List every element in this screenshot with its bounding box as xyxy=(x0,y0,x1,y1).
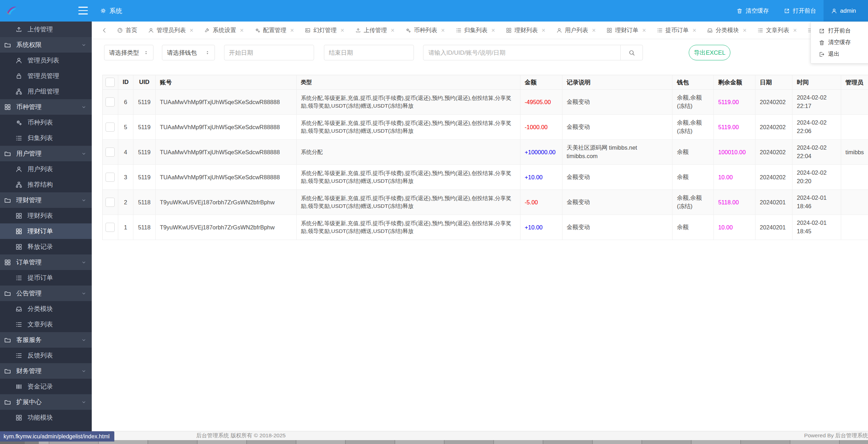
select-all-checkbox[interactable] xyxy=(106,78,115,87)
sidebar-item-12[interactable]: 理财列表 xyxy=(0,208,92,223)
tab-close-icon[interactable]: × xyxy=(441,27,445,34)
cell-date: 20240201 xyxy=(755,190,792,215)
cell-date: 20240201 xyxy=(755,215,792,240)
sidebar-item-3[interactable]: 管理员管理 xyxy=(0,68,92,84)
cell-id: 1 xyxy=(118,215,133,240)
wallet-select[interactable]: 请选择钱包 xyxy=(162,45,215,60)
sidebar-item-8[interactable]: 用户管理 xyxy=(0,146,92,161)
sidebar-item-10[interactable]: 推荐结构 xyxy=(0,177,92,192)
row-checkbox[interactable] xyxy=(106,198,115,207)
tab-scroll-left-icon[interactable] xyxy=(101,27,108,34)
sidebar-item-17[interactable]: 公告管理 xyxy=(0,286,92,301)
tab-close-icon[interactable]: × xyxy=(693,27,697,34)
row-checkbox[interactable] xyxy=(106,148,115,157)
sidebar-item-9[interactable]: 用户列表 xyxy=(0,161,92,177)
tab-close-icon[interactable]: × xyxy=(793,27,797,34)
tab-8[interactable]: 理财列表× xyxy=(500,22,551,39)
horizontal-scrollbar[interactable] xyxy=(0,440,868,444)
topbar-action-2[interactable]: admin xyxy=(824,0,868,22)
search-input[interactable]: 请输入ID/UID/账号/说明/日期 xyxy=(423,45,620,60)
tab-close-icon[interactable]: × xyxy=(391,27,395,34)
list-icon xyxy=(15,274,23,282)
sidebar-item-4[interactable]: 用户组管理 xyxy=(0,84,92,99)
tab-13[interactable]: 文章列表× xyxy=(752,22,802,39)
tab-close-icon[interactable]: × xyxy=(542,27,545,34)
sidebar-item-6[interactable]: 币种列表 xyxy=(0,115,92,130)
topbar-action-0[interactable]: 清空缓存 xyxy=(729,0,776,22)
export-excel-button[interactable]: 导出EXCEL xyxy=(689,45,730,60)
cell-description: 金额变动 xyxy=(562,190,673,215)
folder-icon xyxy=(4,290,11,297)
user-menu-item-0[interactable]: 打开前台 xyxy=(811,25,868,37)
tab-close-icon[interactable]: × xyxy=(592,27,596,34)
sidebar-item-23[interactable]: 资金记录 xyxy=(0,379,92,394)
cell-amount: +100000.00 xyxy=(520,140,562,164)
tab-close-icon[interactable]: × xyxy=(492,27,495,34)
end-date-input[interactable]: 结束日期 xyxy=(324,45,414,60)
sidebar-item-13[interactable]: 理财订单 xyxy=(0,223,92,239)
tab-5[interactable]: 上传管理× xyxy=(350,22,400,39)
cell-uid: 5118 xyxy=(133,190,156,215)
sidebar-item-22[interactable]: 财务管理 xyxy=(0,363,92,379)
search-box: 请输入ID/UID/账号/说明/日期 xyxy=(423,45,643,60)
tab-0[interactable]: 首页 xyxy=(111,22,143,39)
column-header: 记录说明 xyxy=(562,75,673,89)
sidebar-item-0[interactable]: 上传管理 xyxy=(0,22,92,37)
type-select[interactable]: 请选择类型 xyxy=(104,45,153,60)
trash-icon xyxy=(819,40,825,46)
sidebar-item-15[interactable]: 订单管理 xyxy=(0,254,92,270)
search-button[interactable] xyxy=(620,45,643,60)
tab-close-icon[interactable]: × xyxy=(642,27,646,34)
user-menu-item-2[interactable]: 退出 xyxy=(811,48,868,60)
tab-3[interactable]: 配置管理× xyxy=(249,22,300,39)
sidebar-item-19[interactable]: 文章列表 xyxy=(0,317,92,332)
sidebar-item-16[interactable]: 提币订单 xyxy=(0,270,92,286)
tab-4[interactable]: 幻灯管理× xyxy=(299,22,350,39)
sidebar-item-1[interactable]: 系统权限 xyxy=(0,37,92,53)
user-menu-item-1[interactable]: 清空缓存 xyxy=(811,37,868,48)
cell-account: TUAaMwVhMp9fTxjUhW5qeSKeSdcwR88888 xyxy=(156,90,297,114)
topbar-action-1[interactable]: 打开前台 xyxy=(776,0,824,22)
table-header-row: IDUID账号类型金额记录说明钱包剩余金额日期时间管理员 xyxy=(103,75,868,90)
tab-12[interactable]: 分类模块× xyxy=(701,22,752,39)
cell-type: 系统分配,等级更新,充值,提币,提币(手续费),提币(退还),预约,预约(退还)… xyxy=(297,165,520,190)
tab-close-icon[interactable]: × xyxy=(743,27,747,34)
tab-close-icon[interactable]: × xyxy=(240,27,244,34)
sidebar-item-14[interactable]: 释放记录 xyxy=(0,239,92,254)
cell-remaining: 100010.00 xyxy=(714,140,755,164)
sidebar-item-2[interactable]: 管理员列表 xyxy=(0,53,92,68)
tab-6[interactable]: 币种列表× xyxy=(400,22,450,39)
sidebar-toggle-button[interactable] xyxy=(78,7,88,14)
cell-uid: 5119 xyxy=(133,165,156,190)
sidebar-item-21[interactable]: 反馈列表 xyxy=(0,348,92,363)
tab-11[interactable]: 提币订单× xyxy=(651,22,702,39)
tab-10[interactable]: 理财订单× xyxy=(601,22,651,39)
cell-wallet: 余额 xyxy=(673,140,714,164)
user-icon xyxy=(148,27,154,34)
row-checkbox[interactable] xyxy=(106,122,115,132)
cell-date: 20240202 xyxy=(755,115,792,139)
sidebar-item-5[interactable]: 币种管理 xyxy=(0,99,92,115)
row-checkbox[interactable] xyxy=(106,173,115,182)
sidebar-item-18[interactable]: 分类模块 xyxy=(0,301,92,317)
cell-amount: +10.00 xyxy=(520,165,562,190)
row-checkbox[interactable] xyxy=(106,97,115,107)
folder-icon xyxy=(4,41,11,49)
sidebar-item-25[interactable]: 功能模块 xyxy=(0,410,92,425)
tab-close-icon[interactable]: × xyxy=(340,27,344,34)
tab-close-icon[interactable]: × xyxy=(290,27,294,34)
sidebar-item-11[interactable]: 理财管理 xyxy=(0,192,92,208)
tab-7[interactable]: 归集列表× xyxy=(450,22,501,39)
tab-1[interactable]: 管理员列表× xyxy=(143,22,199,39)
tab-2[interactable]: 系统设置× xyxy=(199,22,249,39)
start-date-input[interactable]: 开始日期 xyxy=(224,45,314,60)
cell-uid: 5118 xyxy=(133,215,156,240)
row-checkbox[interactable] xyxy=(106,223,115,232)
sidebar-item-20[interactable]: 客服服务 xyxy=(0,332,92,348)
tab-close-icon[interactable]: × xyxy=(190,27,194,34)
sidebar-item-7[interactable]: 归集列表 xyxy=(0,130,92,146)
table-row: 25118T9yuWKwU5VEj187orbh7ZrGsWN2bfrBphw系… xyxy=(103,190,868,215)
tab-9[interactable]: 用户列表× xyxy=(551,22,601,39)
table-row: 65119TUAaMwVhMp9fTxjUhW5qeSKeSdcwR88888系… xyxy=(103,90,868,115)
sidebar-item-24[interactable]: 扩展中心 xyxy=(0,394,92,410)
